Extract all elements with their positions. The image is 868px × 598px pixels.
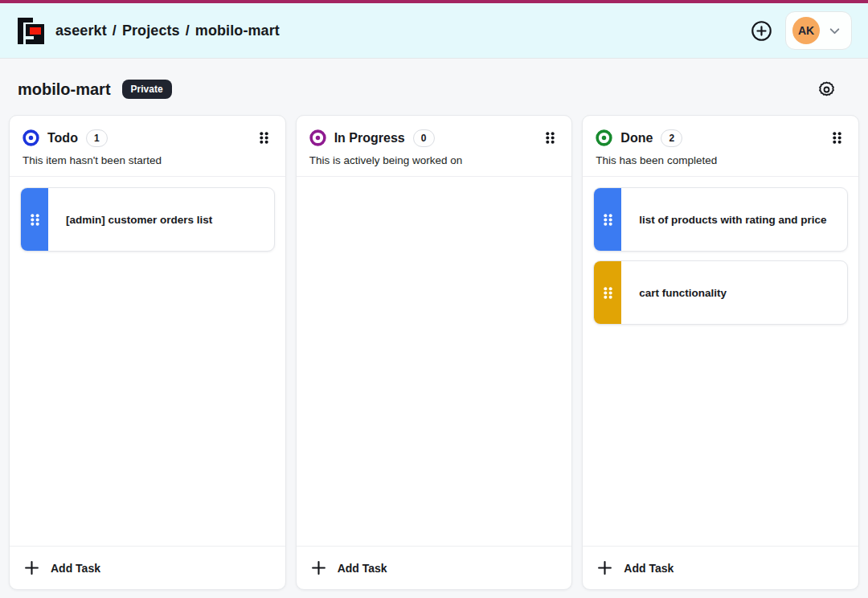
column-header: Todo 1 This item hasn't been started xyxy=(10,116,285,176)
column-name: In Progress xyxy=(334,131,405,145)
user-menu-button[interactable]: AK xyxy=(785,11,852,50)
project-title-row: mobilo-mart Private xyxy=(0,59,868,115)
task-title: list of products with rating and price xyxy=(621,188,837,251)
todo-status-icon xyxy=(23,129,39,146)
column-header: Done 2 This has been completed xyxy=(583,116,858,176)
column-todo: Todo 1 This item hasn't been started [ad… xyxy=(9,115,286,590)
add-task-button[interactable]: Add Task xyxy=(24,560,100,575)
column-done: Done 2 This has been completed list of p… xyxy=(582,115,859,590)
column-count-badge: 2 xyxy=(661,129,682,147)
column-grip-icon[interactable] xyxy=(542,129,559,147)
column-description: This item hasn't been started xyxy=(23,154,272,166)
column-header: In Progress 0 This is actively being wor… xyxy=(297,116,572,176)
app-logo-icon[interactable] xyxy=(16,16,46,46)
task-card[interactable]: list of products with rating and price xyxy=(593,187,848,252)
kanban-board: Todo 1 This item hasn't been started [ad… xyxy=(0,115,868,598)
column-name: Done xyxy=(620,131,653,145)
visibility-badge: Private xyxy=(122,80,172,99)
task-card[interactable]: cart functionality xyxy=(593,260,848,325)
column-footer: Add Task xyxy=(583,546,858,589)
avatar: AK xyxy=(792,17,820,44)
cards-area: list of products with rating and price c… xyxy=(583,176,858,546)
in-progress-status-icon xyxy=(309,129,326,146)
column-name: Todo xyxy=(47,131,78,145)
column-count-badge: 1 xyxy=(86,129,108,147)
breadcrumb-separator: / xyxy=(113,23,117,39)
task-title: cart functionality xyxy=(621,261,738,324)
page-title: mobilo-mart xyxy=(18,80,111,99)
add-task-button[interactable]: Add Task xyxy=(311,560,387,575)
breadcrumb-projects[interactable]: Projects xyxy=(122,23,180,39)
breadcrumb-project-name[interactable]: mobilo-mart xyxy=(195,23,280,39)
cards-area xyxy=(297,176,572,546)
app-header: aseerkt / Projects / mobilo-mart AK xyxy=(0,3,868,59)
column-description: This is actively being worked on xyxy=(309,154,559,166)
column-grip-icon[interactable] xyxy=(829,129,845,147)
chevron-down-icon xyxy=(828,24,841,38)
gear-icon[interactable] xyxy=(817,80,836,99)
breadcrumb: aseerkt / Projects / mobilo-mart xyxy=(55,23,280,39)
drag-handle[interactable] xyxy=(594,261,621,324)
cards-area: [admin] customer orders list xyxy=(10,176,285,546)
header-actions: AK xyxy=(750,11,852,50)
task-title: [admin] customer orders list xyxy=(48,188,223,251)
column-description: This has been completed xyxy=(596,154,845,166)
column-in-progress: In Progress 0 This is actively being wor… xyxy=(296,115,573,590)
plus-icon xyxy=(597,560,612,575)
plus-icon xyxy=(24,560,39,575)
breadcrumb-user[interactable]: aseerkt xyxy=(55,23,107,39)
breadcrumb-separator: / xyxy=(186,23,190,39)
plus-icon xyxy=(311,560,326,575)
done-status-icon xyxy=(596,129,612,146)
drag-handle[interactable] xyxy=(21,188,48,251)
add-task-button[interactable]: Add Task xyxy=(597,560,674,575)
task-card[interactable]: [admin] customer orders list xyxy=(20,187,275,252)
column-footer: Add Task xyxy=(297,546,572,589)
column-grip-icon[interactable] xyxy=(256,129,272,147)
column-count-badge: 0 xyxy=(413,129,435,147)
column-footer: Add Task xyxy=(10,546,285,589)
plus-circle-icon[interactable] xyxy=(750,19,772,42)
drag-handle[interactable] xyxy=(594,188,621,251)
